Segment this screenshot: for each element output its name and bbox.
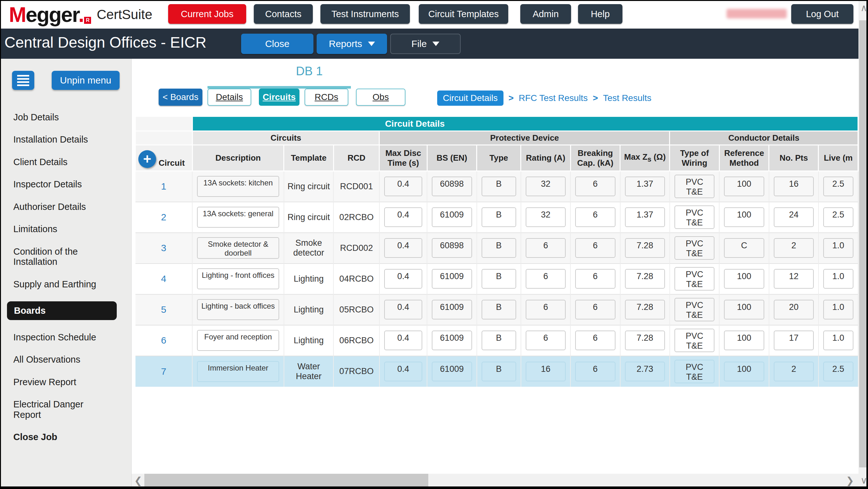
field-type[interactable]: B (482, 238, 516, 258)
field-type[interactable]: B (482, 269, 516, 289)
field-breaking[interactable]: 6 (575, 362, 616, 381)
field-wiring[interactable]: PVC T&E (675, 329, 714, 352)
field-max-disc[interactable]: 0.4 (384, 362, 422, 381)
field-type[interactable]: B (482, 177, 516, 196)
field-max-disc[interactable]: 0.4 (384, 207, 422, 227)
field-live[interactable]: 2.5 (823, 207, 854, 227)
field-bs-en[interactable]: 61009 (432, 300, 472, 319)
tab-circuits[interactable]: Circuits (259, 89, 300, 106)
field-live[interactable]: 1.0 (823, 300, 854, 319)
unpin-menu-button[interactable]: Unpin menu (52, 71, 120, 90)
field-bs-en[interactable]: 60898 (432, 238, 472, 258)
tab-rcds[interactable]: RCDs (305, 89, 348, 106)
field-wiring[interactable]: PVC T&E (675, 236, 714, 260)
current-jobs-button[interactable]: Current Jobs (168, 4, 246, 24)
field-ref-method[interactable]: 100 (724, 207, 764, 227)
field-max-zs[interactable]: 7.28 (625, 330, 665, 350)
field-max-disc[interactable]: 0.4 (384, 330, 422, 350)
sidebar-item-preview-report[interactable]: Preview Report (13, 377, 99, 387)
field-no-pts[interactable]: 2 (774, 362, 814, 381)
field-wiring[interactable]: PVC T&E (675, 298, 714, 321)
field-wiring[interactable]: PVC T&E (675, 175, 714, 198)
field-breaking[interactable]: 6 (575, 238, 616, 258)
circuit-number-link[interactable]: 2 (161, 212, 166, 222)
sidebar-item-supply-and-earthing[interactable]: Supply and Earthing (13, 279, 99, 289)
field-no-pts[interactable]: 24 (774, 207, 814, 227)
scroll-down-icon[interactable]: ∨ (860, 476, 867, 485)
field-max-disc[interactable]: 0.4 (384, 238, 422, 258)
vertical-scrollbar[interactable]: ∧ ∨ (859, 0, 868, 489)
sidebar-item-installation-details[interactable]: Installation Details (13, 134, 99, 144)
field-max-disc[interactable]: 0.4 (384, 269, 422, 289)
field-rating[interactable]: 6 (526, 300, 566, 319)
field-max-zs[interactable]: 7.28 (625, 238, 665, 258)
field-breaking[interactable]: 6 (575, 300, 616, 319)
field-bs-en[interactable]: 61009 (432, 207, 472, 227)
field-type[interactable]: B (482, 330, 516, 350)
field-no-pts[interactable]: 12 (774, 269, 814, 289)
field-ref-method[interactable]: 100 (724, 362, 764, 381)
field-live[interactable]: 1.0 (823, 269, 854, 289)
field-live[interactable]: 1.0 (823, 330, 854, 350)
tab-details[interactable]: Details (208, 89, 251, 106)
menu-toggle-button[interactable] (12, 71, 34, 90)
field-wiring[interactable]: PVC T&E (675, 360, 714, 383)
field-no-pts[interactable]: 16 (774, 177, 814, 196)
field-breaking[interactable]: 6 (575, 177, 616, 196)
field-description[interactable]: Lighting - front offices (197, 268, 279, 289)
field-ref-method[interactable]: 100 (724, 269, 764, 289)
admin-button[interactable]: Admin (520, 4, 571, 24)
sidebar-item-job-details[interactable]: Job Details (13, 112, 99, 122)
field-no-pts[interactable]: 20 (774, 300, 814, 319)
sidebar-item-boards[interactable]: Boards (7, 301, 117, 320)
test-instruments-button[interactable]: Test Instruments (320, 4, 410, 24)
field-max-zs[interactable]: 1.37 (625, 207, 665, 227)
field-description[interactable]: 13A sockets: general (197, 207, 279, 228)
field-breaking[interactable]: 6 (575, 330, 616, 350)
field-bs-en[interactable]: 60898 (432, 177, 472, 196)
circuit-number-link[interactable]: 3 (161, 242, 166, 253)
field-type[interactable]: B (482, 300, 516, 319)
sidebar-item-electrical-danger-report[interactable]: Electrical Danger Report (13, 399, 99, 420)
circuit-templates-button[interactable]: Circuit Templates (419, 4, 508, 24)
field-max-disc[interactable]: 0.4 (384, 300, 422, 319)
circuit-number-link[interactable]: 4 (161, 274, 166, 284)
field-no-pts[interactable]: 17 (774, 330, 814, 350)
field-max-zs[interactable]: 7.28 (625, 300, 665, 319)
field-description[interactable]: Immersion Heater (197, 361, 279, 382)
field-bs-en[interactable]: 61009 (432, 330, 472, 350)
field-no-pts[interactable]: 2 (774, 238, 814, 258)
tab-boards-back[interactable]: < Boards (159, 89, 203, 106)
sidebar-item-condition-of-installation[interactable]: Condition of the Installation (13, 247, 99, 267)
sidebar-item-client-details[interactable]: Client Details (13, 157, 99, 167)
field-type[interactable]: B (482, 362, 516, 381)
field-rating[interactable]: 6 (526, 238, 566, 258)
field-wiring[interactable]: PVC T&E (675, 267, 714, 291)
circuit-number-link[interactable]: 5 (161, 304, 166, 315)
field-breaking[interactable]: 6 (575, 269, 616, 289)
field-rating[interactable]: 32 (526, 207, 566, 227)
field-ref-method[interactable]: C (724, 238, 764, 258)
horizontal-scrollbar[interactable]: ❮ ❯ (132, 474, 859, 488)
field-description[interactable]: Foyer and reception (197, 330, 279, 351)
sidebar-item-inspector-details[interactable]: Inspector Details (13, 179, 99, 189)
field-ref-method[interactable]: 100 (724, 300, 764, 319)
breadcrumb-link-test-results[interactable]: Test Results (603, 93, 652, 103)
field-live[interactable]: 1.0 (823, 238, 854, 258)
field-rating[interactable]: 6 (526, 330, 566, 350)
tab-obs[interactable]: Obs (356, 89, 405, 106)
sidebar-item-limitations[interactable]: Limitations (13, 224, 99, 234)
field-rating[interactable]: 32 (526, 177, 566, 196)
scroll-up-icon[interactable]: ∧ (860, 3, 867, 13)
field-wiring[interactable]: PVC T&E (675, 205, 714, 229)
field-max-zs[interactable]: 2.73 (625, 362, 665, 381)
field-rating[interactable]: 6 (526, 269, 566, 289)
field-type[interactable]: B (482, 207, 516, 227)
field-bs-en[interactable]: 61009 (432, 269, 472, 289)
scroll-right-icon[interactable]: ❯ (846, 474, 854, 488)
sidebar-item-authoriser-details[interactable]: Authoriser Details (13, 202, 99, 212)
breadcrumb-link-rfc-test-results[interactable]: RFC Test Results (519, 93, 588, 103)
field-breaking[interactable]: 6 (575, 207, 616, 227)
field-live[interactable]: 2.5 (823, 177, 854, 196)
field-max-disc[interactable]: 0.4 (384, 177, 422, 196)
